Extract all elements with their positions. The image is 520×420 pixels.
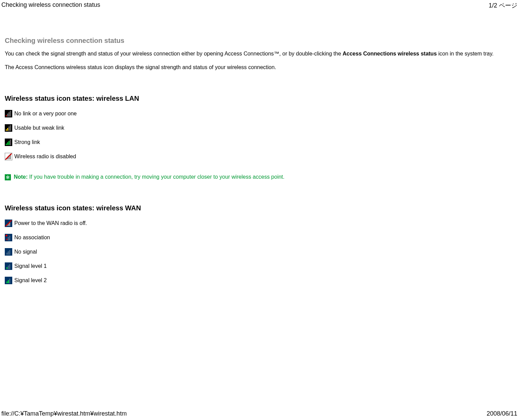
wan-no-signal-icon — [5, 248, 12, 256]
svg-rect-32 — [6, 253, 7, 255]
wan-item-label: Signal level 2 — [14, 277, 47, 284]
intro-text-1: You can check the signal strength and st… — [5, 51, 343, 56]
svg-rect-13 — [9, 141, 10, 145]
footer-date: 2008/06/11 — [487, 410, 517, 417]
svg-rect-41 — [8, 280, 9, 283]
wan-signal-1-icon — [5, 262, 12, 270]
lan-section-title: Wireless status icon states: wireless LA… — [5, 95, 515, 102]
lan-item-strong-link: Strong link — [5, 139, 515, 146]
lan-item-label: Usable but weak link — [14, 125, 64, 131]
wan-power-off-icon — [5, 220, 12, 227]
svg-rect-9 — [10, 125, 11, 131]
header-title: Checking wireless connection status — [1, 1, 100, 10]
header-page-info: 1/2 ページ — [489, 1, 517, 10]
svg-rect-8 — [9, 127, 10, 131]
wan-signal-2-icon — [5, 277, 12, 284]
signal-strong-icon — [5, 139, 12, 146]
note-label: Note: — [14, 174, 28, 180]
wan-section-title: Wireless status icon states: wireless WA… — [5, 204, 515, 212]
page-header: Checking wireless connection status 1/2 … — [0, 0, 520, 10]
wan-item-power-off: Power to the WAN radio is off. — [5, 220, 515, 227]
svg-rect-1 — [6, 115, 7, 116]
wan-item-no-association: No association — [5, 234, 515, 241]
intro-paragraph-1: You can check the signal strength and st… — [5, 50, 515, 58]
svg-rect-2 — [7, 114, 8, 116]
note-text: If you have trouble in making a connecti… — [28, 174, 284, 180]
svg-rect-11 — [6, 144, 7, 145]
lan-item-label: Wireless radio is disabled — [14, 154, 76, 160]
svg-rect-33 — [8, 252, 9, 255]
svg-rect-42 — [9, 279, 10, 283]
wan-item-no-signal: No signal — [5, 248, 515, 256]
svg-rect-29 — [9, 236, 10, 240]
note-row: Note: If you have trouble in making a co… — [5, 174, 515, 180]
intro-paragraph-2: The Access Connections wireless status i… — [5, 64, 515, 71]
intro-section: You can check the signal strength and st… — [5, 50, 515, 71]
svg-rect-36 — [6, 267, 7, 269]
svg-rect-28 — [8, 237, 9, 240]
svg-rect-34 — [9, 250, 10, 255]
wan-item-signal-1: Signal level 1 — [5, 262, 515, 270]
svg-rect-37 — [8, 266, 9, 269]
svg-rect-4 — [10, 111, 11, 116]
intro-text-2: icon in the system tray. — [437, 51, 494, 56]
svg-rect-40 — [6, 281, 7, 283]
signal-weak-icon — [5, 124, 12, 132]
signal-disabled-icon — [5, 153, 12, 160]
wan-item-label: No signal — [14, 249, 37, 255]
page-footer: file://C:¥TamaTemp¥wirestat.htm¥wirestat… — [0, 410, 520, 419]
lan-item-label: Strong link — [14, 139, 40, 145]
lan-item-disabled: Wireless radio is disabled — [5, 153, 515, 160]
wan-item-label: No association — [14, 235, 50, 241]
wan-no-association-icon — [5, 234, 12, 241]
lan-item-no-link: No link or a very poor one — [5, 110, 515, 117]
wan-item-signal-2: Signal level 2 — [5, 277, 515, 284]
wan-item-label: Signal level 1 — [14, 263, 47, 269]
svg-rect-3 — [9, 112, 10, 116]
signal-no-link-icon — [5, 110, 12, 117]
svg-rect-7 — [7, 128, 8, 131]
note-asterisk-icon — [5, 174, 11, 180]
wan-item-label: Power to the WAN radio is off. — [14, 220, 87, 226]
svg-rect-14 — [10, 140, 11, 145]
svg-rect-27 — [6, 239, 7, 240]
page-title: Checking wireless connection status — [5, 37, 515, 45]
svg-rect-12 — [7, 142, 8, 145]
svg-rect-38 — [9, 264, 10, 269]
lan-item-weak-link: Usable but weak link — [5, 124, 515, 132]
intro-bold-text: Access Connections wireless status — [343, 51, 437, 56]
lan-item-label: No link or a very poor one — [14, 111, 77, 117]
footer-path: file://C:¥TamaTemp¥wirestat.htm¥wirestat… — [1, 410, 127, 417]
svg-rect-6 — [6, 129, 7, 131]
content-area: Checking wireless connection status You … — [0, 10, 520, 294]
svg-point-30 — [5, 235, 7, 237]
